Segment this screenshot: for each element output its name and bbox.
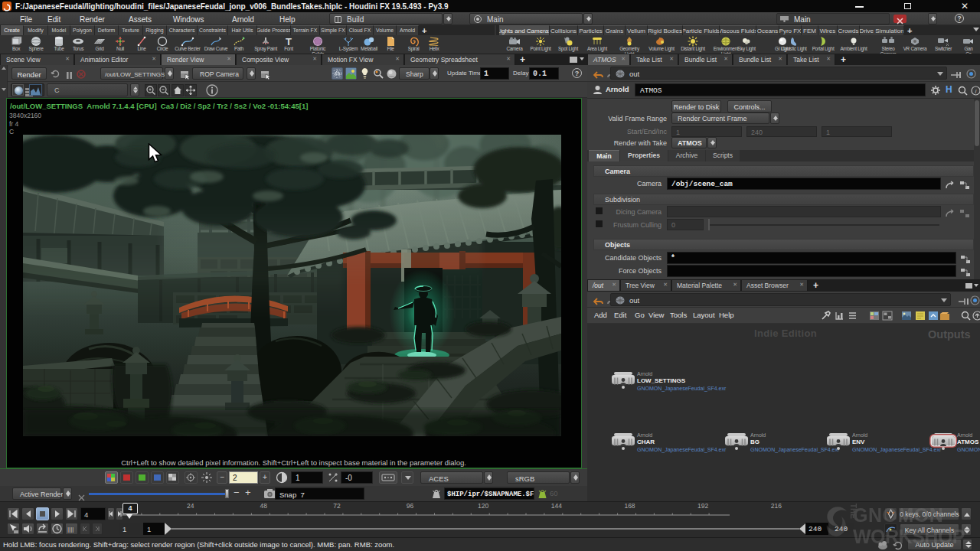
svg-text:192: 192 — [697, 502, 708, 510]
svg-text:168: 168 — [624, 502, 635, 510]
svg-text:48: 48 — [260, 502, 268, 510]
svg-text:144: 144 — [551, 502, 562, 510]
svg-text:216: 216 — [771, 502, 782, 510]
svg-text:24: 24 — [187, 502, 194, 510]
svg-text:72: 72 — [333, 502, 341, 510]
svg-text:96: 96 — [407, 502, 414, 510]
svg-text:i: i — [975, 88, 977, 95]
svg-text:120: 120 — [478, 502, 488, 510]
svg-text:||||: |||| — [67, 526, 74, 533]
